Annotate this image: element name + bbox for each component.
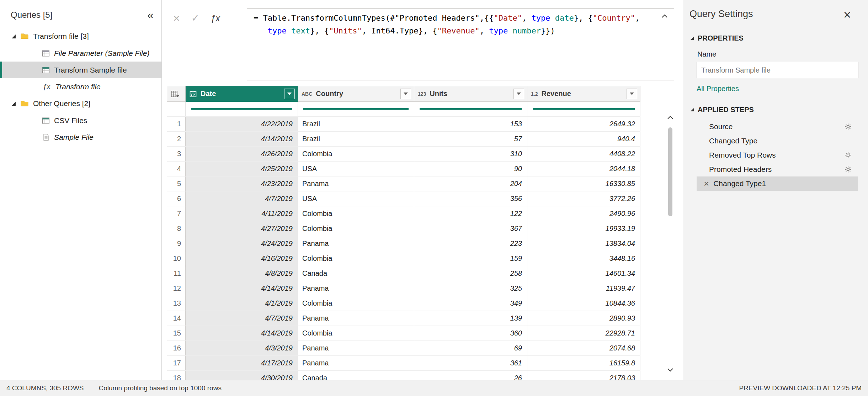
country-cell[interactable]: Colombia bbox=[298, 296, 414, 311]
column-header-date[interactable]: Date bbox=[186, 86, 298, 102]
units-cell[interactable]: 325 bbox=[414, 281, 527, 296]
row-number-cell[interactable]: 2 bbox=[167, 132, 186, 147]
country-cell[interactable]: Panama bbox=[298, 176, 414, 191]
country-cell[interactable]: Colombia bbox=[298, 206, 414, 221]
filter-button-units[interactable] bbox=[513, 89, 524, 99]
cancel-formula-button[interactable]: × bbox=[173, 12, 180, 24]
revenue-cell[interactable]: 2890.93 bbox=[527, 311, 640, 326]
step-promoted-headers[interactable]: Promoted Headers bbox=[697, 162, 858, 176]
column-header-country[interactable]: ABC Country bbox=[298, 86, 414, 102]
commit-formula-button[interactable]: ✓ bbox=[191, 14, 199, 23]
row-number-cell[interactable]: 6 bbox=[167, 191, 186, 206]
date-cell[interactable]: 4/17/2019 bbox=[186, 356, 298, 371]
country-cell[interactable]: Panama bbox=[298, 281, 414, 296]
units-cell[interactable]: 139 bbox=[414, 311, 527, 326]
country-cell[interactable]: Colombia bbox=[298, 326, 414, 341]
filter-button-country[interactable] bbox=[400, 89, 411, 99]
date-cell[interactable]: 4/14/2019 bbox=[186, 281, 298, 296]
row-number-cell[interactable]: 1 bbox=[167, 117, 186, 132]
units-cell[interactable]: 223 bbox=[414, 236, 527, 251]
formula-bar[interactable]: = Table.TransformColumnTypes(#"Promoted … bbox=[247, 8, 674, 80]
units-cell[interactable]: 26 bbox=[414, 371, 527, 380]
date-cell[interactable]: 4/23/2019 bbox=[186, 176, 298, 191]
units-cell[interactable]: 204 bbox=[414, 176, 527, 191]
row-number-cell[interactable]: 4 bbox=[167, 162, 186, 176]
formula-text[interactable]: = Table.TransformColumnTypes(#"Promoted … bbox=[254, 12, 655, 37]
row-number-cell[interactable]: 7 bbox=[167, 206, 186, 221]
units-cell[interactable]: 356 bbox=[414, 191, 527, 206]
step-removed-top-rows[interactable]: Removed Top Rows bbox=[697, 148, 858, 162]
revenue-cell[interactable]: 22928.71 bbox=[527, 326, 640, 341]
units-cell[interactable]: 57 bbox=[414, 132, 527, 147]
row-number-cell[interactable]: 9 bbox=[167, 236, 186, 251]
row-number-cell[interactable]: 12 bbox=[167, 281, 186, 296]
country-cell[interactable]: Canada bbox=[298, 266, 414, 281]
date-cell[interactable]: 4/11/2019 bbox=[186, 206, 298, 221]
step-source[interactable]: Source bbox=[697, 120, 858, 134]
tree-group-other-queries[interactable]: Other Queries [2] bbox=[0, 95, 161, 112]
applied-steps-section-header[interactable]: APPLIED STEPS bbox=[690, 106, 868, 114]
query-name-input[interactable] bbox=[697, 62, 858, 78]
country-cell[interactable]: Panama bbox=[298, 356, 414, 371]
revenue-cell[interactable]: 2178.03 bbox=[527, 371, 640, 380]
gear-icon[interactable] bbox=[845, 123, 852, 130]
collapse-formula-bar-icon[interactable] bbox=[660, 12, 669, 21]
row-number-cell[interactable]: 8 bbox=[167, 221, 186, 236]
revenue-cell[interactable]: 3772.26 bbox=[527, 191, 640, 206]
country-cell[interactable]: Colombia bbox=[298, 251, 414, 266]
country-cell[interactable]: Panama bbox=[298, 311, 414, 326]
row-number-cell[interactable]: 3 bbox=[167, 147, 186, 162]
vertical-scrollbar[interactable] bbox=[666, 113, 675, 374]
revenue-cell[interactable]: 19933.19 bbox=[527, 221, 640, 236]
revenue-cell[interactable]: 14601.34 bbox=[527, 266, 640, 281]
units-cell[interactable]: 69 bbox=[414, 341, 527, 356]
row-number-cell[interactable]: 11 bbox=[167, 266, 186, 281]
date-cell[interactable]: 4/16/2019 bbox=[186, 251, 298, 266]
query-item-transform-file[interactable]: ƒx Transform file bbox=[0, 78, 161, 95]
units-cell[interactable]: 153 bbox=[414, 117, 527, 132]
gear-icon[interactable] bbox=[845, 152, 852, 159]
column-header-revenue[interactable]: 1.2 Revenue bbox=[527, 86, 640, 102]
country-cell[interactable]: USA bbox=[298, 191, 414, 206]
revenue-cell[interactable]: 3448.16 bbox=[527, 251, 640, 266]
row-number-cell[interactable]: 13 bbox=[167, 296, 186, 311]
date-cell[interactable]: 4/22/2019 bbox=[186, 117, 298, 132]
country-cell[interactable]: Colombia bbox=[298, 221, 414, 236]
units-cell[interactable]: 258 bbox=[414, 266, 527, 281]
row-number-cell[interactable]: 18 bbox=[167, 371, 186, 380]
row-number-cell[interactable]: 15 bbox=[167, 326, 186, 341]
units-cell[interactable]: 159 bbox=[414, 251, 527, 266]
country-cell[interactable]: Canada bbox=[298, 371, 414, 380]
units-cell[interactable]: 90 bbox=[414, 162, 527, 176]
date-cell[interactable]: 4/26/2019 bbox=[186, 147, 298, 162]
query-item-csv-files[interactable]: CSV Files bbox=[0, 112, 161, 129]
units-cell[interactable]: 367 bbox=[414, 221, 527, 236]
revenue-cell[interactable]: 2074.68 bbox=[527, 341, 640, 356]
date-cell[interactable]: 4/30/2019 bbox=[186, 371, 298, 380]
revenue-cell[interactable]: 16159.8 bbox=[527, 356, 640, 371]
date-cell[interactable]: 4/24/2019 bbox=[186, 236, 298, 251]
row-number-cell[interactable]: 16 bbox=[167, 341, 186, 356]
revenue-cell[interactable]: 940.4 bbox=[527, 132, 640, 147]
date-cell[interactable]: 4/14/2019 bbox=[186, 132, 298, 147]
date-cell[interactable]: 4/25/2019 bbox=[186, 162, 298, 176]
close-settings-icon[interactable]: × bbox=[843, 9, 851, 21]
query-item-file-parameter[interactable]: File Parameter (Sample File) bbox=[0, 45, 161, 62]
scrollbar-track[interactable] bbox=[666, 122, 675, 365]
date-cell[interactable]: 4/7/2019 bbox=[186, 311, 298, 326]
date-cell[interactable]: 4/14/2019 bbox=[186, 326, 298, 341]
properties-section-header[interactable]: PROPERTIES bbox=[690, 34, 868, 42]
scrollbar-thumb[interactable] bbox=[668, 127, 672, 216]
revenue-cell[interactable]: 4408.22 bbox=[527, 147, 640, 162]
step-changed-type1[interactable]: × Changed Type1 bbox=[697, 176, 858, 191]
gear-icon[interactable] bbox=[845, 166, 852, 173]
scroll-down-icon[interactable] bbox=[666, 365, 675, 374]
units-cell[interactable]: 310 bbox=[414, 147, 527, 162]
revenue-cell[interactable]: 2490.96 bbox=[527, 206, 640, 221]
date-cell[interactable]: 4/7/2019 bbox=[186, 191, 298, 206]
filter-button-revenue[interactable] bbox=[627, 89, 637, 99]
scroll-up-icon[interactable] bbox=[666, 113, 675, 122]
country-cell[interactable]: Panama bbox=[298, 236, 414, 251]
row-number-cell[interactable]: 17 bbox=[167, 356, 186, 371]
revenue-cell[interactable]: 16330.85 bbox=[527, 176, 640, 191]
